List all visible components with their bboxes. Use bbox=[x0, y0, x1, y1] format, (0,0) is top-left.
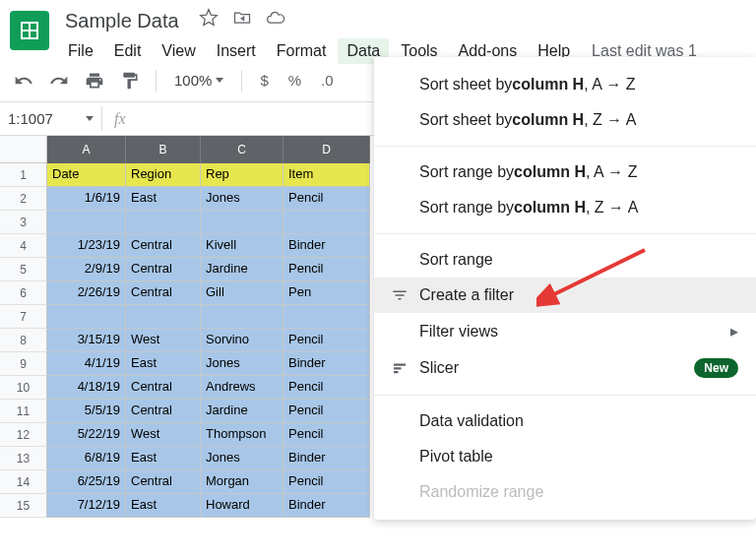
cell[interactable]: Rep bbox=[201, 163, 284, 187]
cell[interactable]: Andrews bbox=[201, 376, 284, 400]
cell[interactable]: East bbox=[126, 187, 201, 211]
cell[interactable] bbox=[201, 305, 284, 329]
cell[interactable]: East bbox=[126, 352, 201, 376]
col-header-b[interactable]: B bbox=[126, 136, 201, 163]
doc-title[interactable]: Sample Data bbox=[59, 8, 185, 34]
sort-sheet-az[interactable]: Sort sheet by column H, A → Z bbox=[374, 67, 756, 102]
cell[interactable] bbox=[126, 305, 201, 329]
cell[interactable]: East bbox=[126, 494, 201, 518]
row-header[interactable]: 7 bbox=[0, 305, 47, 329]
cell[interactable] bbox=[47, 211, 126, 234]
cell[interactable]: Item bbox=[284, 163, 370, 187]
cell[interactable]: 2/9/19 bbox=[47, 258, 126, 281]
row-header[interactable]: 4 bbox=[0, 234, 47, 258]
cell[interactable]: 1/23/19 bbox=[47, 234, 126, 258]
cell[interactable] bbox=[126, 211, 201, 234]
zoom-select[interactable]: 100% bbox=[168, 68, 229, 93]
cell[interactable]: Pencil bbox=[284, 470, 370, 494]
row-header[interactable]: 13 bbox=[0, 447, 47, 470]
menu-edit[interactable]: Edit bbox=[105, 38, 151, 64]
menu-insert[interactable]: Insert bbox=[208, 38, 265, 64]
name-box[interactable]: 1:1007 bbox=[0, 106, 102, 131]
slicer[interactable]: Slicer New bbox=[374, 349, 756, 387]
cell[interactable]: Sorvino bbox=[201, 329, 284, 352]
sort-range-az[interactable]: Sort range by column H, A → Z bbox=[374, 155, 756, 190]
filter-views[interactable]: Filter views ▸ bbox=[374, 313, 756, 349]
cell[interactable]: 3/15/19 bbox=[47, 329, 126, 352]
cell[interactable] bbox=[47, 305, 126, 329]
col-header-c[interactable]: C bbox=[201, 136, 284, 163]
currency-button[interactable]: $ bbox=[254, 68, 274, 93]
percent-button[interactable]: % bbox=[283, 68, 307, 93]
decimal-decrease-button[interactable]: .0 bbox=[315, 68, 340, 93]
cell[interactable]: Date bbox=[47, 163, 126, 187]
cell[interactable]: Jardine bbox=[201, 258, 284, 281]
cell[interactable] bbox=[284, 305, 370, 329]
cell[interactable]: Region bbox=[126, 163, 201, 187]
row-header[interactable]: 3 bbox=[0, 211, 47, 234]
cell[interactable]: 6/8/19 bbox=[47, 447, 126, 470]
sort-range-za[interactable]: Sort range by column H, Z → A bbox=[374, 190, 756, 225]
row-header[interactable]: 5 bbox=[0, 258, 47, 281]
row-header[interactable]: 2 bbox=[0, 187, 47, 211]
cell[interactable]: Binder bbox=[284, 352, 370, 376]
cell[interactable]: Central bbox=[126, 281, 201, 305]
cell[interactable]: Jones bbox=[201, 352, 284, 376]
star-icon[interactable] bbox=[199, 8, 219, 28]
row-header[interactable]: 14 bbox=[0, 470, 47, 494]
randomize-range[interactable]: Randomize range bbox=[374, 474, 756, 510]
print-icon[interactable] bbox=[81, 67, 108, 94]
row-header[interactable]: 12 bbox=[0, 423, 47, 447]
cell[interactable]: Central bbox=[126, 258, 201, 281]
cell[interactable]: Binder bbox=[284, 494, 370, 518]
cell[interactable]: Jones bbox=[201, 447, 284, 470]
sort-range[interactable]: Sort range bbox=[374, 242, 756, 278]
cell[interactable]: Pencil bbox=[284, 258, 370, 281]
cell[interactable]: Pencil bbox=[284, 376, 370, 400]
cell[interactable]: 5/22/19 bbox=[47, 423, 126, 447]
redo-icon[interactable] bbox=[45, 67, 73, 94]
cell[interactable]: 4/18/19 bbox=[47, 376, 126, 400]
row-header[interactable]: 1 bbox=[0, 163, 47, 187]
menu-file[interactable]: File bbox=[59, 38, 102, 64]
row-header[interactable]: 9 bbox=[0, 352, 47, 376]
cell[interactable]: Morgan bbox=[201, 470, 284, 494]
cloud-icon[interactable] bbox=[266, 8, 285, 28]
menu-view[interactable]: View bbox=[153, 38, 204, 64]
cell[interactable]: Kivell bbox=[201, 234, 284, 258]
cell[interactable]: 4/1/19 bbox=[47, 352, 126, 376]
cell[interactable]: West bbox=[126, 329, 201, 352]
row-header[interactable]: 15 bbox=[0, 494, 47, 518]
cell[interactable]: 1/6/19 bbox=[47, 187, 126, 211]
col-header-a[interactable]: A bbox=[47, 136, 126, 163]
cell[interactable]: Thompson bbox=[201, 423, 284, 447]
cell[interactable]: Jones bbox=[201, 187, 284, 211]
cell[interactable]: Central bbox=[126, 376, 201, 400]
pivot-table[interactable]: Pivot table bbox=[374, 439, 756, 474]
col-header-d[interactable]: D bbox=[284, 136, 370, 163]
cell[interactable]: Jardine bbox=[201, 400, 284, 423]
cell[interactable]: Pencil bbox=[284, 400, 370, 423]
cell[interactable]: 7/12/19 bbox=[47, 494, 126, 518]
cell[interactable]: Pen bbox=[284, 281, 370, 305]
cell[interactable]: Pencil bbox=[284, 187, 370, 211]
create-filter[interactable]: Create a filter bbox=[374, 278, 756, 313]
cell[interactable]: Pencil bbox=[284, 329, 370, 352]
cell[interactable]: West bbox=[126, 423, 201, 447]
cell[interactable]: East bbox=[126, 447, 201, 470]
cell[interactable]: Howard bbox=[201, 494, 284, 518]
cell[interactable]: 2/26/19 bbox=[47, 281, 126, 305]
row-header[interactable]: 8 bbox=[0, 329, 47, 352]
cell[interactable]: Central bbox=[126, 400, 201, 423]
row-header[interactable]: 10 bbox=[0, 376, 47, 400]
cell[interactable]: Binder bbox=[284, 447, 370, 470]
cell[interactable]: 5/5/19 bbox=[47, 400, 126, 423]
cell[interactable]: Binder bbox=[284, 234, 370, 258]
menu-format[interactable]: Format bbox=[268, 38, 336, 64]
cell[interactable]: Central bbox=[126, 234, 201, 258]
undo-icon[interactable] bbox=[10, 67, 37, 94]
cell[interactable]: Gill bbox=[201, 281, 284, 305]
sort-sheet-za[interactable]: Sort sheet by column H, Z → A bbox=[374, 102, 756, 138]
paint-format-icon[interactable] bbox=[116, 67, 144, 94]
cell[interactable]: 6/25/19 bbox=[47, 470, 126, 494]
